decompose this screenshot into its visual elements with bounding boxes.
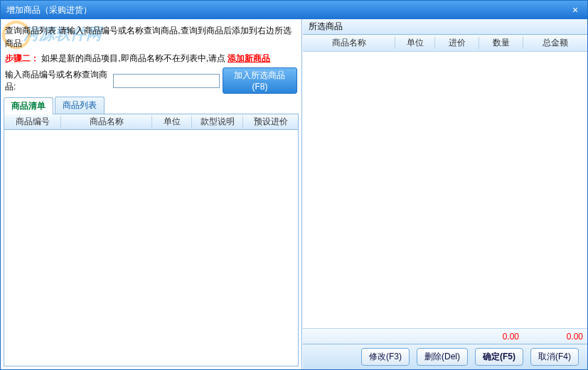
dialog-window: 增加商品（采购进货） × 河源软件网 查询商品列表 请输入商品编号或名称查询商品…	[0, 0, 588, 370]
step1-line: 查询商品列表 请输入商品编号或名称查询商品,查询到商品后添加到右边所选商品	[5, 24, 297, 50]
rcol-name[interactable]: 商品名称	[303, 37, 395, 49]
right-pane: 所选商品 商品名称 单位 进价 数量 总金额 0.00 0.00	[302, 19, 587, 369]
titlebar: 增加商品（采购进货） ×	[1, 1, 587, 19]
rcol-total[interactable]: 总金额	[523, 37, 587, 49]
right-grid-header: 商品名称 单位 进价 数量 总金额	[303, 35, 587, 52]
total-amount: 0.00	[523, 332, 587, 342]
col-product-code[interactable]: 商品编号	[4, 116, 61, 128]
step2-line: 步骤二： 如果是新的商品项目,即商品名称不在列表中,请点 添加新商品	[5, 52, 297, 65]
step2-text: 如果是新的商品项目,即商品名称不在列表中,请点	[41, 53, 225, 63]
search-label: 输入商品编号或名称查询商品:	[5, 69, 110, 93]
totals-row: 0.00 0.00	[303, 328, 587, 344]
ok-button[interactable]: 确定(F5)	[475, 348, 523, 366]
close-icon[interactable]: ×	[569, 4, 582, 16]
button-bar: 修改(F3) 删除(Del) 确定(F5) 取消(F4)	[303, 344, 587, 369]
left-grid-header: 商品编号 商品名称 单位 款型说明 预设进价	[4, 114, 299, 130]
cancel-button[interactable]: 取消(F4)	[530, 348, 579, 366]
right-grid: 商品名称 单位 进价 数量 总金额 0.00 0.00	[303, 35, 587, 344]
col-style[interactable]: 款型说明	[192, 116, 243, 128]
left-grid: 商品编号 商品名称 单位 款型说明 预设进价	[4, 114, 299, 366]
rcol-qty[interactable]: 数量	[479, 37, 523, 49]
dialog-body: 河源软件网 查询商品列表 请输入商品编号或名称查询商品,查询到商品后添加到右边所…	[1, 19, 587, 369]
left-content: 查询商品列表 请输入商品编号或名称查询商品,查询到商品后添加到右边所选商品 步骤…	[4, 22, 299, 114]
tabs: 商品清单 商品列表	[4, 97, 299, 114]
add-to-selected-button[interactable]: 加入所选商品(F8)	[223, 67, 297, 94]
window-title: 增加商品（采购进货）	[6, 4, 569, 16]
rcol-price[interactable]: 进价	[435, 37, 479, 49]
search-input[interactable]	[113, 74, 220, 88]
step1-label: 查询商品列表	[5, 26, 56, 36]
left-pane: 河源软件网 查询商品列表 请输入商品编号或名称查询商品,查询到商品后添加到右边所…	[1, 19, 302, 369]
delete-button[interactable]: 删除(Del)	[417, 348, 468, 366]
tab-product-list[interactable]: 商品清单	[4, 97, 53, 114]
modify-button[interactable]: 修改(F3)	[361, 348, 410, 366]
search-row: 输入商品编号或名称查询商品: 加入所选商品(F8)	[5, 67, 297, 94]
right-grid-body[interactable]	[303, 52, 587, 328]
total-qty: 0.00	[479, 332, 523, 342]
col-product-name[interactable]: 商品名称	[61, 116, 152, 128]
step2-label: 步骤二：	[5, 53, 39, 63]
tab-product-table[interactable]: 商品列表	[55, 97, 105, 114]
col-unit[interactable]: 单位	[152, 116, 192, 128]
col-preset-price[interactable]: 预设进价	[243, 116, 298, 128]
left-grid-body[interactable]	[4, 130, 299, 366]
add-new-product-link[interactable]: 添加新商品	[228, 53, 270, 63]
right-title: 所选商品	[303, 19, 587, 35]
rcol-unit[interactable]: 单位	[395, 37, 435, 49]
